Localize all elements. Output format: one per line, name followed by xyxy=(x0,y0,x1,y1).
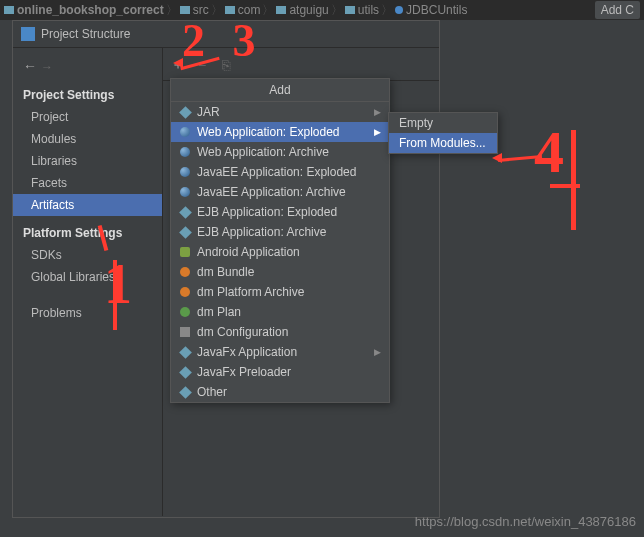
menu-item-javaee-application-exploded[interactable]: JavaEE Application: Exploded xyxy=(171,162,389,182)
sidebar: ← → Project Settings Project Modules Lib… xyxy=(13,48,163,516)
green-icon xyxy=(179,306,191,318)
menu-item-label: dm Bundle xyxy=(197,265,254,279)
chevron-icon: 〉 xyxy=(381,2,393,19)
class-icon xyxy=(395,6,403,14)
crumb-src[interactable]: src xyxy=(180,3,209,17)
menu-item-other[interactable]: Other xyxy=(171,382,389,402)
annotation-line xyxy=(113,260,117,330)
sidebar-item-sdks[interactable]: SDKs xyxy=(13,244,162,266)
menu-item-label: EJB Application: Archive xyxy=(197,225,326,239)
menu-item-android-application[interactable]: Android Application xyxy=(171,242,389,262)
dialog-title: Project Structure xyxy=(41,27,130,41)
submenu-arrow-icon: ▶ xyxy=(374,347,381,357)
orange-icon xyxy=(179,266,191,278)
menu-item-label: dm Platform Archive xyxy=(197,285,304,299)
annotation-arrow xyxy=(498,155,542,162)
menu-item-ejb-application-exploded[interactable]: EJB Application: Exploded xyxy=(171,202,389,222)
folder-icon xyxy=(345,6,355,14)
crumb-project[interactable]: online_bookshop_correct xyxy=(4,3,164,17)
orange-icon xyxy=(179,286,191,298)
diamond-icon xyxy=(179,386,191,398)
menu-item-label: dm Configuration xyxy=(197,325,288,339)
sidebar-item-modules[interactable]: Modules xyxy=(13,128,162,150)
add-submenu: EmptyFrom Modules... xyxy=(388,112,498,154)
menu-item-label: Web Application: Archive xyxy=(197,145,329,159)
sidebar-item-libraries[interactable]: Libraries xyxy=(13,150,162,172)
annotation-line xyxy=(571,130,576,230)
add-menu: Add JAR▶Web Application: Exploded▶Web Ap… xyxy=(170,78,390,403)
diamond-icon xyxy=(179,226,191,238)
add-config-button[interactable]: Add C xyxy=(595,1,640,19)
crumb-utils[interactable]: utils xyxy=(345,3,379,17)
sphere-icon xyxy=(179,146,191,158)
menu-item-ejb-application-archive[interactable]: EJB Application: Archive xyxy=(171,222,389,242)
dialog-icon xyxy=(21,27,35,41)
menu-item-label: JAR xyxy=(197,105,220,119)
annotation-line xyxy=(550,184,580,188)
gray-icon xyxy=(179,326,191,338)
diamond-icon xyxy=(179,206,191,218)
sidebar-item-project[interactable]: Project xyxy=(13,106,162,128)
menu-item-label: JavaEE Application: Exploded xyxy=(197,165,356,179)
watermark: https://blog.csdn.net/weixin_43876186 xyxy=(415,514,636,529)
folder-icon xyxy=(276,6,286,14)
menu-item-label: JavaEE Application: Archive xyxy=(197,185,346,199)
menu-item-web-application-exploded[interactable]: Web Application: Exploded▶ xyxy=(171,122,389,142)
diamond-icon xyxy=(179,106,191,118)
chevron-icon: 〉 xyxy=(262,2,274,19)
chevron-icon: 〉 xyxy=(331,2,343,19)
crumb-atguigu[interactable]: atguigu xyxy=(276,3,328,17)
sidebar-heading-project: Project Settings xyxy=(13,78,162,106)
menu-item-label: dm Plan xyxy=(197,305,241,319)
folder-icon xyxy=(225,6,235,14)
sidebar-item-global-libs[interactable]: Global Libraries xyxy=(13,266,162,288)
sidebar-item-facets[interactable]: Facets xyxy=(13,172,162,194)
chevron-icon: 〉 xyxy=(211,2,223,19)
sidebar-heading-platform: Platform Settings xyxy=(13,216,162,244)
submenu-item-empty[interactable]: Empty xyxy=(389,113,497,133)
annotation-4: 4 xyxy=(534,118,564,187)
copy-icon[interactable]: ⎘ xyxy=(219,57,233,73)
crumb-com[interactable]: com xyxy=(225,3,261,17)
menu-item-label: Web Application: Exploded xyxy=(197,125,340,139)
artifacts-toolbar: ＋ − ⎘ xyxy=(163,48,439,81)
android-icon xyxy=(179,246,191,258)
diamond-icon xyxy=(179,366,191,378)
submenu-arrow-icon: ▶ xyxy=(374,127,381,137)
sidebar-item-problems[interactable]: Problems xyxy=(13,302,162,324)
menu-item-dm-configuration[interactable]: dm Configuration xyxy=(171,322,389,342)
annotation-arrow xyxy=(173,58,183,68)
add-menu-title: Add xyxy=(171,79,389,102)
breadcrumb-bar: online_bookshop_correct 〉 src 〉 com 〉 at… xyxy=(0,0,644,20)
menu-item-jar[interactable]: JAR▶ xyxy=(171,102,389,122)
dialog-title-bar: Project Structure xyxy=(13,21,439,48)
menu-item-web-application-archive[interactable]: Web Application: Archive xyxy=(171,142,389,162)
sphere-icon xyxy=(179,186,191,198)
menu-item-javafx-application[interactable]: JavaFx Application▶ xyxy=(171,342,389,362)
sphere-icon xyxy=(179,126,191,138)
submenu-item-from-modules-[interactable]: From Modules... xyxy=(389,133,497,153)
menu-item-label: Other xyxy=(197,385,227,399)
annotation-arrow xyxy=(492,153,502,163)
menu-item-label: EJB Application: Exploded xyxy=(197,205,337,219)
chevron-icon: 〉 xyxy=(166,2,178,19)
menu-item-label: Android Application xyxy=(197,245,300,259)
sphere-icon xyxy=(179,166,191,178)
menu-item-javafx-preloader[interactable]: JavaFx Preloader xyxy=(171,362,389,382)
menu-item-dm-plan[interactable]: dm Plan xyxy=(171,302,389,322)
project-icon xyxy=(4,6,14,14)
diamond-icon xyxy=(179,346,191,358)
crumb-class[interactable]: JDBCUntils xyxy=(395,3,467,17)
menu-item-dm-platform-archive[interactable]: dm Platform Archive xyxy=(171,282,389,302)
menu-item-label: JavaFx Preloader xyxy=(197,365,291,379)
menu-item-dm-bundle[interactable]: dm Bundle xyxy=(171,262,389,282)
menu-item-label: JavaFx Application xyxy=(197,345,297,359)
menu-item-javaee-application-archive[interactable]: JavaEE Application: Archive xyxy=(171,182,389,202)
folder-icon xyxy=(180,6,190,14)
sidebar-item-artifacts[interactable]: Artifacts xyxy=(13,194,162,216)
nav-back[interactable]: ← → xyxy=(13,54,162,78)
submenu-arrow-icon: ▶ xyxy=(374,107,381,117)
